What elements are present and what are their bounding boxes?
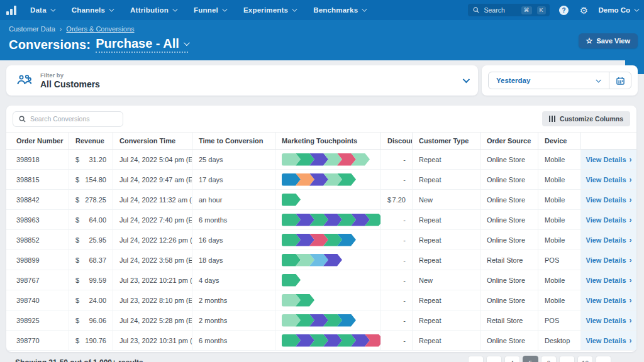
view-details-link[interactable]: View Details› bbox=[581, 170, 636, 189]
revenue-cell: $154.80 bbox=[69, 170, 113, 189]
revenue-amount: 154.80 bbox=[85, 176, 106, 184]
page-button-5[interactable]: 5 bbox=[523, 356, 538, 362]
view-details-link[interactable]: View Details› bbox=[581, 250, 636, 270]
chevron-right-icon: › bbox=[630, 195, 632, 204]
save-view-label: Save View bbox=[596, 37, 630, 45]
device-cell: Mobile bbox=[538, 150, 581, 169]
page-button-10[interactable]: 10 bbox=[577, 356, 593, 362]
revenue-amount: 31.20 bbox=[89, 156, 106, 163]
order-source-cell: Online Store bbox=[480, 150, 538, 169]
nav-item-funnel[interactable]: Funnel bbox=[194, 6, 226, 14]
discount-cell: - bbox=[381, 150, 413, 169]
column-header-device: Device bbox=[538, 133, 581, 149]
view-details-link[interactable]: View Details› bbox=[581, 331, 636, 350]
revenue-amount: 24.00 bbox=[89, 297, 106, 304]
nav-item-label: Attribution bbox=[130, 6, 169, 14]
view-details-link[interactable]: View Details› bbox=[581, 310, 636, 330]
revenue-amount: 68.37 bbox=[89, 256, 106, 264]
table-toolbar: Customize Columns bbox=[6, 106, 636, 132]
page-button-«[interactable]: « bbox=[468, 356, 484, 362]
page-button-4[interactable]: 4 bbox=[504, 356, 520, 362]
help-button[interactable]: ? bbox=[558, 4, 570, 16]
page-button-›[interactable]: › bbox=[559, 356, 575, 362]
table-row: 398899$68.37Jul 24, 2022 3:58 pm (EDT)18… bbox=[6, 250, 636, 270]
marketing-touchpoints-cell bbox=[275, 310, 381, 330]
nav-item-experiments[interactable]: Experiments bbox=[243, 6, 296, 14]
search-conversions-input[interactable] bbox=[30, 115, 117, 123]
nav-item-data[interactable]: Data bbox=[30, 6, 54, 14]
touchpoint-strip bbox=[282, 194, 301, 206]
order-number-cell: 398770 bbox=[10, 331, 69, 350]
table-row: 398770$190.76Jul 23, 2022 10:31 pm (EDT)… bbox=[6, 331, 636, 351]
view-details-label: View Details bbox=[586, 236, 626, 244]
global-search-input[interactable]: Search ⌘ K bbox=[468, 4, 550, 16]
customers-group-icon bbox=[16, 74, 33, 87]
conversion-time-cell: Jul 23, 2022 8:10 pm (EDT) bbox=[113, 290, 192, 310]
currency-symbol: $ bbox=[75, 277, 79, 284]
chevron-right-icon: › bbox=[630, 175, 632, 184]
settings-button[interactable]: ⚙ bbox=[579, 4, 590, 16]
shortcut-cmd-key: ⌘ bbox=[521, 6, 532, 14]
customize-columns-button[interactable]: Customize Columns bbox=[542, 111, 630, 126]
conversion-type-dropdown[interactable]: Purchase - All bbox=[96, 36, 188, 53]
date-range-value[interactable]: Yesterday bbox=[489, 77, 596, 84]
nav-item-attribution[interactable]: Attribution bbox=[130, 6, 176, 14]
column-header-marketing-touchpoints: Marketing Touchpoints bbox=[275, 133, 381, 149]
date-range-select: Yesterday bbox=[488, 72, 631, 89]
view-details-link[interactable]: View Details› bbox=[581, 270, 636, 290]
save-view-button[interactable]: ☆ Save View bbox=[579, 33, 638, 48]
page-button-6[interactable]: 6 bbox=[541, 356, 557, 362]
view-details-link[interactable]: View Details› bbox=[581, 150, 636, 169]
view-details-link[interactable]: View Details› bbox=[581, 190, 636, 209]
view-details-link[interactable]: View Details› bbox=[581, 230, 636, 250]
conversion-time-cell: Jul 24, 2022 7:40 pm (EDT) bbox=[113, 210, 192, 229]
customer-filter-dropdown[interactable]: Filter by All Customers bbox=[6, 65, 478, 96]
revenue-cell: $31.20 bbox=[69, 150, 113, 169]
order-number-cell: 398899 bbox=[10, 250, 69, 270]
revenue-amount: 278.25 bbox=[85, 196, 106, 204]
order-number-cell: 398852 bbox=[10, 230, 69, 250]
page-button-‹[interactable]: ‹ bbox=[486, 356, 502, 362]
filter-value: All Customers bbox=[40, 79, 100, 89]
chevron-down-icon[interactable] bbox=[596, 77, 601, 82]
discount-empty: - bbox=[403, 317, 406, 324]
touchpoint-strip bbox=[282, 153, 370, 166]
nav-item-benchmarks[interactable]: Benchmarks bbox=[313, 6, 365, 14]
view-details-label: View Details bbox=[586, 196, 626, 204]
help-icon: ? bbox=[559, 6, 569, 15]
touchpoint-strip bbox=[282, 274, 301, 287]
device-cell: Mobile bbox=[538, 190, 581, 209]
currency-symbol: $ bbox=[75, 156, 79, 163]
view-details-link[interactable]: View Details› bbox=[581, 290, 636, 310]
nav-item-label: Channels bbox=[72, 6, 105, 14]
nav-item-channels[interactable]: Channels bbox=[72, 6, 113, 14]
revenue-cell: $68.37 bbox=[69, 250, 113, 270]
conversion-time-cell: Jul 23, 2022 10:31 pm (EDT) bbox=[113, 331, 192, 350]
view-details-link[interactable]: View Details› bbox=[581, 210, 636, 229]
view-details-label: View Details bbox=[586, 337, 626, 344]
table-body: 398918$31.20Jul 24, 2022 5:04 pm (EDT)25… bbox=[6, 150, 636, 351]
order-number-cell: 398925 bbox=[10, 310, 69, 330]
time-to-conversion-cell: 2 months bbox=[192, 290, 275, 310]
chevron-right-icon: › bbox=[630, 316, 632, 325]
gear-icon: ⚙ bbox=[580, 6, 588, 15]
device-cell: POS bbox=[538, 250, 581, 270]
customer-type-cell: New bbox=[413, 270, 480, 290]
chevron-down-icon bbox=[109, 6, 114, 11]
discount-cell: - bbox=[381, 210, 413, 229]
revenue-cell: $99.59 bbox=[69, 270, 113, 290]
calendar-button[interactable] bbox=[609, 72, 631, 89]
page-button-»[interactable]: » bbox=[596, 356, 611, 362]
chevron-down-icon bbox=[292, 6, 297, 11]
view-details-label: View Details bbox=[586, 277, 626, 284]
account-menu[interactable]: Demo Co bbox=[599, 6, 638, 14]
app-logo-icon[interactable] bbox=[6, 5, 16, 15]
order-number-cell: 398767 bbox=[10, 270, 69, 290]
time-to-conversion-cell: an hour bbox=[192, 190, 275, 209]
touchpoint-strip bbox=[282, 254, 342, 266]
breadcrumb-parent-link[interactable]: Customer Data bbox=[9, 25, 55, 33]
time-to-conversion-cell: 4 days bbox=[192, 270, 275, 290]
breadcrumb-current-link[interactable]: Orders & Conversions bbox=[66, 25, 134, 33]
order-number-cell: 398918 bbox=[10, 150, 69, 169]
device-cell: POS bbox=[538, 310, 581, 330]
